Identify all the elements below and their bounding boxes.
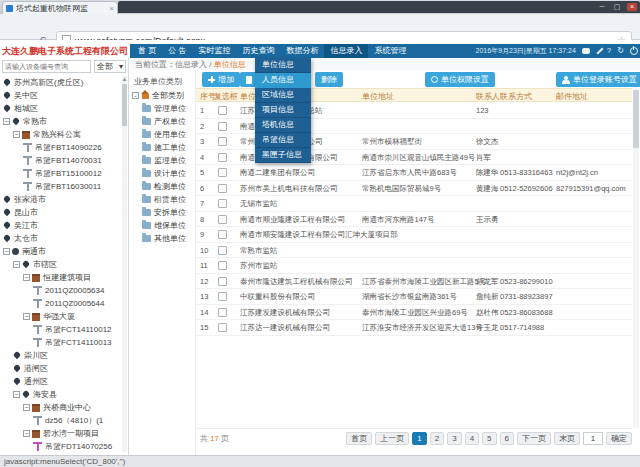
category-root-item[interactable]: - 全部类别 (132, 89, 184, 102)
dropdown-item[interactable]: 区域信息 (255, 88, 311, 103)
tree-item[interactable]: 吴江市 (0, 219, 122, 232)
minimize-icon[interactable]: ─ (597, 3, 607, 11)
chat-icon[interactable] (582, 48, 590, 54)
category-item[interactable]: 检测单位 (142, 180, 186, 193)
category-item[interactable]: 安拆单位 (142, 206, 186, 219)
unit-permission-button[interactable]: 单位权限设置 (425, 72, 495, 87)
dropdown-item[interactable]: 单位信息 (255, 58, 311, 73)
tree-item[interactable]: −兴桥商业中心 (0, 401, 122, 414)
category-item[interactable]: 使用单位 (142, 128, 186, 141)
tree-item[interactable]: 昆山市 (0, 206, 122, 219)
tree-item[interactable]: 港闸区 (0, 362, 122, 375)
tree-item[interactable]: −常熟兴科公寓 (0, 128, 122, 141)
row-checkbox[interactable] (218, 184, 227, 193)
expand-toggle[interactable]: − (23, 274, 30, 281)
close-icon[interactable]: × (627, 3, 637, 11)
filter-select[interactable]: 全部 ▾ (94, 60, 126, 73)
expand-toggle[interactable]: − (23, 313, 30, 320)
page-button[interactable]: 3 (447, 432, 461, 445)
dropdown-item[interactable]: 黑匣子信息 (255, 148, 311, 163)
expand-toggle[interactable]: − (13, 131, 20, 138)
row-checkbox[interactable] (218, 153, 227, 162)
category-item[interactable]: 设计单位 (142, 167, 186, 180)
breadcrumb-section[interactable]: 信息录入 (175, 59, 207, 70)
nav-item[interactable]: 系统管理 (368, 44, 412, 58)
expand-toggle[interactable]: − (23, 430, 30, 437)
row-checkbox[interactable] (218, 308, 227, 317)
tree-item[interactable]: 相城区 (0, 102, 122, 115)
table-row[interactable]: 7无锡市监站 (196, 195, 632, 212)
tree-item[interactable]: −华强大厦 (0, 310, 122, 323)
nav-item[interactable]: 实时监控 (192, 44, 236, 58)
search-input[interactable] (2, 60, 91, 73)
category-item[interactable]: 施工单位 (142, 141, 186, 154)
table-row[interactable]: 8南通市顺业隆建设工程有限公司南通市河东南路147号王示勇 (196, 211, 632, 228)
category-item[interactable]: 租赁单位 (142, 193, 186, 206)
tab-close-icon[interactable]: × (109, 4, 114, 13)
row-checkbox[interactable] (218, 277, 227, 286)
expand-toggle[interactable]: − (3, 118, 10, 125)
category-item[interactable]: 管理单位 (142, 102, 186, 115)
tree-item[interactable]: −南通市 (0, 245, 122, 258)
scrollbar-thumb[interactable] (122, 84, 127, 126)
last-page-button[interactable]: 末页 (554, 432, 580, 445)
page-button[interactable]: 5 (482, 432, 496, 445)
tree-item[interactable]: −常熟市 (0, 115, 122, 128)
table-row[interactable]: 11苏州市监站 (196, 257, 632, 274)
category-item[interactable]: 维保单位 (142, 219, 186, 232)
table-row[interactable]: 10常熟市监站 (196, 242, 632, 259)
row-checkbox[interactable] (218, 215, 227, 224)
row-checkbox[interactable] (218, 199, 227, 208)
category-item[interactable]: 监理单位 (142, 154, 186, 167)
tree-item[interactable]: 吴中区 (0, 89, 122, 102)
prev-page-button[interactable]: 上一页 (375, 432, 409, 445)
nav-item[interactable]: 首 页 (132, 44, 162, 58)
row-checkbox[interactable] (218, 230, 227, 239)
tree-item[interactable]: 通州区 (0, 375, 122, 388)
category-item[interactable]: 产权单位 (142, 115, 186, 128)
tree-item[interactable]: −碧水湾一期项目 (0, 427, 122, 440)
unit-account-button[interactable]: 单位登录账号设置 (556, 72, 640, 87)
dropdown-item[interactable]: 人员信息 (255, 73, 311, 88)
table-row[interactable]: 13中联重科股份有限公司湖南省长沙市银盆南路361号詹纯新0731-889238… (196, 288, 632, 305)
row-checkbox[interactable] (218, 323, 227, 332)
tree-item[interactable]: 吊篮FCT14110013 (0, 336, 122, 349)
page-button[interactable]: 1 (412, 432, 426, 445)
dropdown-item[interactable]: 吊篮信息 (255, 133, 311, 148)
table-scrollbar-thumb[interactable] (633, 90, 639, 148)
browser-tab[interactable]: 塔式起重机物联网监 × (2, 1, 118, 14)
row-checkbox[interactable] (218, 292, 227, 301)
expand-toggle[interactable]: − (13, 391, 20, 398)
row-checkbox[interactable] (218, 246, 227, 255)
tree-item[interactable]: 2011QZ0005634 (0, 284, 122, 297)
expand-toggle[interactable]: - (132, 92, 139, 99)
row-checkbox[interactable] (218, 106, 227, 115)
table-row[interactable]: 5南通二建集团有限公司江苏省启东市人民中路683号陈建华0513-8331646… (196, 164, 632, 181)
tree-item[interactable]: −市辖区 (0, 258, 122, 271)
tree-item[interactable]: 张家港市 (0, 193, 122, 206)
dropdown-item[interactable]: 塔机信息 (255, 118, 311, 133)
scroll-up-icon[interactable]: ▲ (121, 76, 128, 83)
page-button[interactable]: 2 (430, 432, 444, 445)
row-checkbox[interactable] (218, 168, 227, 177)
tree-item[interactable]: −海安县 (0, 388, 122, 401)
tree-item[interactable]: 太仓市 (0, 232, 122, 245)
logout-icon[interactable] (630, 47, 638, 55)
nav-item[interactable]: 信息录入 (324, 44, 368, 58)
tree-item[interactable]: 吊篮FBT14070031 (0, 154, 122, 167)
table-scrollbar[interactable] (633, 88, 639, 428)
expand-toggle[interactable]: − (13, 261, 20, 268)
table-row[interactable]: 6苏州市吴上机电科技有限公司常熟机电国际贸易城9号黄建海0512-5269260… (196, 180, 632, 197)
add-button[interactable]: 增加 (202, 72, 240, 87)
next-page-button[interactable]: 下一页 (517, 432, 551, 445)
dropdown-item[interactable]: 项目信息 (255, 103, 311, 118)
nav-item[interactable]: 数据分析 (280, 44, 324, 58)
row-checkbox[interactable] (218, 122, 227, 131)
tree-item[interactable]: 吊篮FDT14070256 (0, 440, 122, 453)
page-button[interactable]: 6 (500, 432, 514, 445)
delete-button[interactable]: 删除 (315, 72, 343, 87)
table-row[interactable]: 12泰州市隆达建筑工程机械有限公司江苏省泰州市海陵工业园区新工路5号彭龙军052… (196, 273, 632, 290)
tree-item[interactable]: 苏州高新区(虎丘区) (0, 76, 122, 89)
tree-item[interactable]: 吊篮FBT15100012 (0, 167, 122, 180)
category-item[interactable]: 其他单位 (142, 232, 186, 245)
